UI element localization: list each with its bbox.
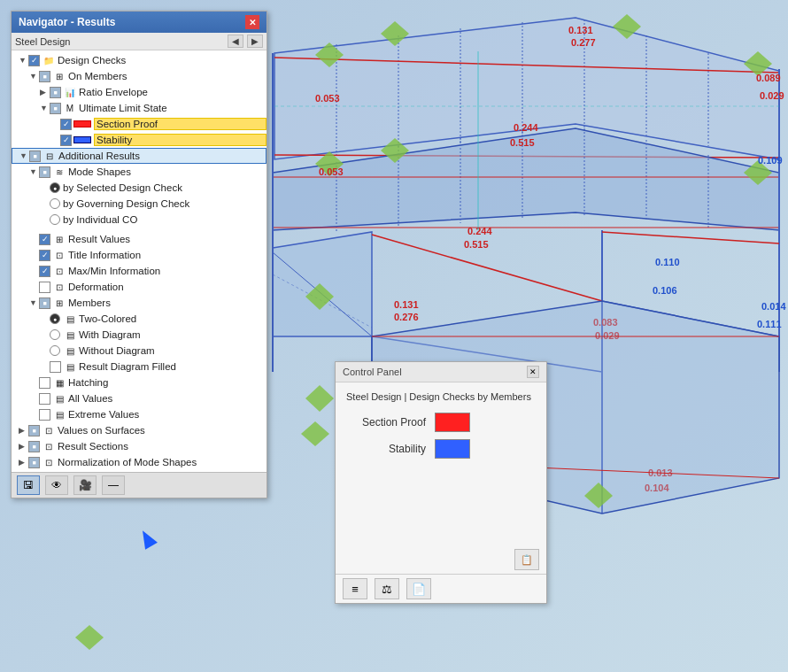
checkbox-deformation[interactable] [39, 282, 50, 293]
radio-by-individual[interactable] [50, 214, 60, 225]
tree-item-by-individual[interactable]: by Individual CO [12, 212, 267, 228]
checkbox-stability[interactable] [60, 135, 72, 146]
tree-item-two-colored[interactable]: ▤ Two-Colored [12, 311, 267, 327]
tree-item-ratio-envelope[interactable]: ▶ 📊 Ratio Envelope [12, 84, 267, 100]
stability-label: Stability [94, 134, 267, 146]
radio-by-selected[interactable] [50, 182, 60, 193]
checkbox-ratio-envelope[interactable] [50, 87, 61, 98]
tree-item-result-diagram-filled[interactable]: ▤ Result Diagram Filled [12, 359, 267, 375]
tree-item-result-values[interactable]: ⊞ Result Values [12, 231, 267, 247]
view-btn-1[interactable]: 🖫 [17, 475, 40, 495]
navigator-close-button[interactable]: ✕ [245, 15, 259, 29]
members-label: Members [68, 297, 267, 308]
tree-item-without-diagram[interactable]: ▤ Without Diagram [12, 343, 267, 359]
tree-item-ultimate-limit[interactable]: ▼ M Ultimate Limit State [12, 100, 267, 116]
extreme-values-label: Extreme Values [68, 409, 267, 420]
checkbox-all-values[interactable] [39, 393, 50, 405]
tree-item-values-on-surfaces[interactable]: ▶ ⊡ Values on Surfaces [12, 422, 267, 438]
deformation-label: Deformation [68, 282, 267, 292]
svg-text:0.244: 0.244 [514, 122, 538, 133]
result-diagram-filled-label: Result Diagram Filled [79, 361, 267, 372]
checkbox-members[interactable] [39, 297, 50, 309]
extreme-values-icon: ▤ [52, 408, 66, 421]
control-panel-footer: ≡ ⚖ 📄 [336, 574, 546, 603]
checkbox-section-proof[interactable] [60, 119, 72, 130]
svg-text:0.109: 0.109 [758, 155, 783, 166]
svg-text:0.515: 0.515 [510, 137, 535, 148]
hatching-label: Hatching [68, 377, 267, 388]
checkbox-extreme-values[interactable] [39, 409, 50, 421]
svg-text:0.131: 0.131 [394, 299, 419, 310]
footer-doc-btn[interactable]: 📄 [406, 578, 431, 599]
tree-item-maxmin[interactable]: ⊡ Max/Min Information [12, 263, 267, 279]
nav-back-button[interactable]: ◀ [228, 35, 243, 48]
radio-by-governing[interactable] [50, 198, 60, 209]
checkbox-on-members[interactable] [39, 71, 50, 82]
result-sections-label: Result Sections [58, 441, 267, 452]
tree-item-result-sections[interactable]: ▶ ⊡ Result Sections [12, 438, 267, 454]
values-on-surfaces-icon: ⊡ [42, 424, 56, 436]
control-panel-title-bar: Control Panel ✕ [336, 362, 546, 382]
navigator-title-bar: Navigator - Results ✕ [12, 12, 267, 33]
tree-item-norm-mode-shapes[interactable]: ▶ ⊡ Normalization of Mode Shapes [12, 454, 267, 470]
svg-marker-21 [273, 232, 372, 336]
balance-icon: ⚖ [382, 583, 392, 596]
radio-with-diagram[interactable] [50, 329, 60, 340]
tree-item-additional-results[interactable]: ▼ ⊟ Additional Results [12, 148, 267, 164]
tree-item-extreme-values[interactable]: ▤ Extreme Values [12, 406, 267, 422]
values-on-surfaces-label: Values on Surfaces [58, 425, 267, 436]
svg-text:0.110: 0.110 [655, 257, 680, 267]
stability-swatch [73, 136, 91, 143]
title-info-icon: ⊡ [52, 249, 66, 261]
tree-item-mode-shapes[interactable]: ▼ ≋ Mode Shapes [12, 164, 267, 180]
mode-shapes-label: Mode Shapes [68, 166, 267, 177]
checkbox-result-sections[interactable] [28, 441, 40, 452]
tree-item-hatching[interactable]: ▦ Hatching [12, 375, 267, 390]
expand-arrow: ▼ [19, 56, 27, 65]
radio-two-colored[interactable] [50, 313, 60, 324]
tree-item-stability[interactable]: Stability [12, 132, 267, 148]
checkbox-result-values[interactable] [39, 234, 50, 245]
export-button[interactable]: 📋 [514, 549, 539, 570]
maxmin-icon: ⊡ [52, 265, 66, 277]
checkbox-values-on-surfaces[interactable] [28, 425, 40, 436]
nav-forward-button[interactable]: ▶ [247, 35, 263, 48]
checkbox-mode-shapes[interactable] [39, 166, 50, 178]
nav-bottom-toolbar: 🖫 👁 🎥 — [12, 472, 267, 498]
view-btn-4[interactable]: — [102, 475, 125, 495]
tree-item-title-info[interactable]: ⊡ Title Information [12, 247, 267, 263]
tree-item-all-values[interactable]: ▤ All Values [12, 390, 267, 406]
on-members-label: On Members [68, 71, 267, 81]
additional-results-label: Additional Results [58, 151, 266, 161]
control-panel-close-btn[interactable]: ✕ [527, 366, 539, 378]
tree-item-by-selected[interactable]: by Selected Design Check [12, 180, 267, 196]
checkbox-title-info[interactable] [39, 250, 50, 261]
folder-icon: 📁 [42, 54, 56, 66]
two-colored-icon: ▤ [63, 313, 77, 325]
footer-balance-btn[interactable]: ⚖ [375, 578, 399, 599]
checkbox-additional-results[interactable] [29, 151, 41, 162]
view-btn-2[interactable]: 👁 [45, 475, 68, 495]
checkbox-maxmin[interactable] [39, 266, 50, 277]
view-btn-3[interactable]: 🎥 [73, 475, 97, 495]
checkbox-hatching[interactable] [39, 377, 50, 389]
footer-list-btn[interactable]: ≡ [343, 578, 367, 599]
tree-item-with-diagram[interactable]: ▤ With Diagram [12, 327, 267, 343]
svg-text:0.111: 0.111 [757, 319, 782, 329]
tree-item-members[interactable]: ▼ ⊞ Members [12, 295, 267, 311]
tree-item-deformation[interactable]: ⊡ Deformation [12, 279, 267, 295]
radio-without-diagram[interactable] [50, 345, 60, 356]
tree-item-design-checks[interactable]: ▼ 📁 Design Checks [12, 52, 267, 68]
svg-text:0.244: 0.244 [467, 226, 492, 236]
export-icon: 📋 [521, 554, 533, 566]
checkbox-norm-mode-shapes[interactable] [28, 457, 40, 468]
tree-item-on-members[interactable]: ▼ ⊞ On Members [12, 68, 267, 84]
checkbox-design-checks[interactable] [28, 55, 40, 66]
tree-item-section-proof[interactable]: Section Proof [12, 116, 267, 132]
checkbox-ultimate-limit[interactable] [50, 103, 61, 114]
tree-item-by-governing[interactable]: by Governing Design Check [12, 196, 267, 212]
checkbox-result-diagram-filled[interactable] [50, 361, 61, 373]
additional-results-icon: ⊟ [42, 150, 57, 162]
with-diagram-label: With Diagram [79, 329, 267, 340]
control-panel: Control Panel ✕ Steel Design | Design Ch… [335, 361, 547, 604]
